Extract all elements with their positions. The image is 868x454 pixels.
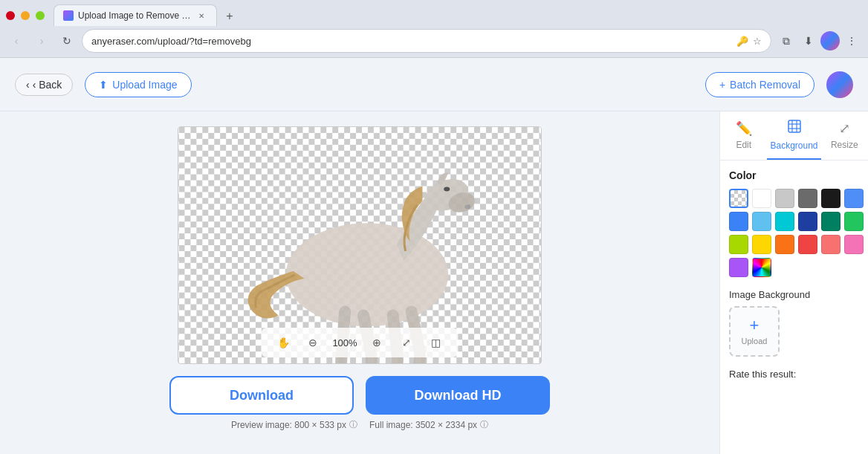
canvas-toolbar: ✋ ⊖ 100% ⊕ ⤢ ◫ (261, 328, 458, 357)
upload-bg-plus-icon: + (750, 317, 760, 334)
back-nav-btn[interactable]: ‹ (6, 30, 27, 51)
download-section: Download Download HD Preview image: 800 … (169, 376, 550, 436)
download-browser-btn[interactable]: ⬇ (798, 30, 819, 51)
back-button[interactable]: ‹ ‹ Back (15, 74, 73, 96)
split-view-btn[interactable]: ◫ (426, 332, 447, 353)
full-meta-text: Full image: 3502 × 2334 px (369, 420, 477, 430)
full-info-icon: ⓘ (480, 419, 488, 430)
svg-point-8 (444, 187, 450, 191)
svg-rect-14 (788, 120, 800, 132)
color-swatch-red[interactable] (798, 235, 817, 254)
tab-close-btn[interactable]: ✕ (195, 10, 207, 22)
window-controls (6, 11, 45, 20)
tab-bar: Upload Image to Remove Bg in... ✕ + (54, 4, 862, 26)
preview-meta: Preview image: 800 × 533 px ⓘ (231, 419, 357, 430)
color-section-label: Color (729, 169, 859, 181)
tab-background[interactable]: Background (767, 111, 820, 160)
zoom-in-btn[interactable]: ⊕ (366, 332, 387, 353)
background-tab-label: Background (770, 140, 817, 151)
forward-nav-btn[interactable]: › (31, 30, 52, 51)
canvas-area: ✋ ⊖ 100% ⊕ ⤢ ◫ Download Download HD Prev… (0, 111, 719, 454)
preview-info-icon: ⓘ (349, 419, 357, 430)
tab-edit[interactable]: ✏️ Edit (720, 111, 767, 160)
background-icon (787, 119, 802, 137)
batch-label: Batch Removal (730, 79, 800, 91)
profile-avatar[interactable] (820, 31, 840, 51)
upload-image-button[interactable]: ⬆ Upload Image (85, 72, 191, 97)
resize-icon: ⤢ (839, 120, 850, 137)
edit-tab-label: Edit (736, 140, 751, 150)
new-tab-btn[interactable]: + (220, 7, 239, 26)
color-swatch-yellow[interactable] (752, 235, 771, 254)
download-hd-button[interactable]: Download HD (366, 376, 550, 415)
full-meta: Full image: 3502 × 2334 px ⓘ (369, 419, 488, 430)
download-buttons: Download Download HD (169, 376, 550, 415)
maximize-window-btn[interactable] (36, 11, 45, 20)
app-container: ‹ ‹ Back ⬆ Upload Image + Batch Removal (0, 58, 868, 454)
fullscreen-btn[interactable]: ⤢ (396, 332, 417, 353)
tab-resize[interactable]: ⤢ Resize (821, 111, 868, 160)
right-panel: ✏️ Edit Background (719, 111, 868, 454)
color-swatch-white[interactable] (752, 189, 771, 208)
refresh-nav-btn[interactable]: ↻ (56, 30, 77, 51)
download-meta: Preview image: 800 × 533 px ⓘ Full image… (231, 419, 488, 430)
browser-chrome: Upload Image to Remove Bg in... ✕ + ‹ › … (0, 0, 868, 58)
color-swatch-coral[interactable] (821, 235, 841, 254)
zoom-out-btn[interactable]: ⊖ (302, 332, 323, 353)
batch-removal-button[interactable]: + Batch Removal (705, 72, 814, 97)
color-swatch-black[interactable] (821, 189, 841, 208)
color-swatch-orange[interactable] (775, 235, 794, 254)
app-header: ‹ ‹ Back ⬆ Upload Image + Batch Removal (0, 58, 868, 111)
tab-favicon (63, 10, 74, 21)
upload-label: Upload Image (112, 79, 177, 91)
password-icon: 🔑 (736, 36, 748, 47)
minimize-window-btn[interactable] (21, 11, 30, 20)
image-canvas: ✋ ⊖ 100% ⊕ ⤢ ◫ (178, 126, 542, 364)
color-swatch-blue-light[interactable] (752, 212, 771, 231)
color-swatch-teal[interactable] (775, 212, 794, 231)
title-bar: Upload Image to Remove Bg in... ✕ + (0, 0, 868, 26)
upload-bg-text: Upload (742, 337, 768, 346)
batch-plus-icon: + (719, 79, 725, 91)
color-swatch-gray[interactable] (798, 189, 817, 208)
extensions-btn[interactable]: ⧉ (776, 30, 797, 51)
panel-tabs: ✏️ Edit Background (720, 111, 868, 160)
color-swatch-yellow-green[interactable] (729, 235, 748, 254)
upload-icon: ⬆ (99, 79, 108, 91)
pan-tool-btn[interactable]: ✋ (273, 332, 294, 353)
upload-background-button[interactable]: + Upload (729, 306, 780, 357)
color-swatch-navy[interactable] (798, 212, 817, 231)
menu-btn[interactable]: ⋮ (841, 30, 862, 51)
browser-toolbar-icons: ⧉ ⬇ ⋮ (776, 30, 862, 51)
color-swatch-green[interactable] (844, 212, 864, 231)
color-swatch-transparent[interactable] (729, 189, 748, 208)
download-button[interactable]: Download (169, 376, 354, 415)
color-swatch-pink[interactable] (844, 235, 864, 254)
color-swatch-purple[interactable] (729, 258, 748, 277)
back-label: ‹ Back (33, 79, 62, 91)
tab-title: Upload Image to Remove Bg in... (78, 10, 191, 21)
browser-toolbar: ‹ › ↻ anyeraser.com/upload/?td=removebg … (0, 26, 868, 57)
user-avatar[interactable] (826, 71, 853, 98)
preview-meta-text: Preview image: 800 × 533 px (231, 420, 346, 430)
address-icons: 🔑 ☆ (736, 36, 762, 47)
bookmark-icon[interactable]: ☆ (753, 36, 762, 47)
address-text: anyeraser.com/upload/?td=removebg (91, 36, 731, 47)
address-bar[interactable]: anyeraser.com/upload/?td=removebg 🔑 ☆ (82, 29, 771, 53)
main-content: ✋ ⊖ 100% ⊕ ⤢ ◫ Download Download HD Prev… (0, 111, 868, 454)
color-swatch-green-dark[interactable] (821, 212, 841, 231)
active-tab[interactable]: Upload Image to Remove Bg in... ✕ (54, 4, 217, 26)
zoom-level: 100% (332, 337, 357, 348)
rate-label: Rate this result: (729, 369, 859, 380)
color-swatch-blue-bright[interactable] (844, 189, 864, 208)
color-swatch-gradient[interactable] (752, 258, 771, 277)
image-bg-label: Image Background (729, 289, 859, 300)
panel-content: Color (720, 160, 868, 389)
edit-icon: ✏️ (736, 120, 752, 137)
color-grid (729, 189, 859, 277)
color-swatch-blue[interactable] (729, 212, 748, 231)
color-swatch-light-gray[interactable] (775, 189, 794, 208)
back-icon: ‹ (26, 79, 30, 91)
resize-tab-label: Resize (831, 140, 858, 150)
close-window-btn[interactable] (6, 11, 15, 20)
